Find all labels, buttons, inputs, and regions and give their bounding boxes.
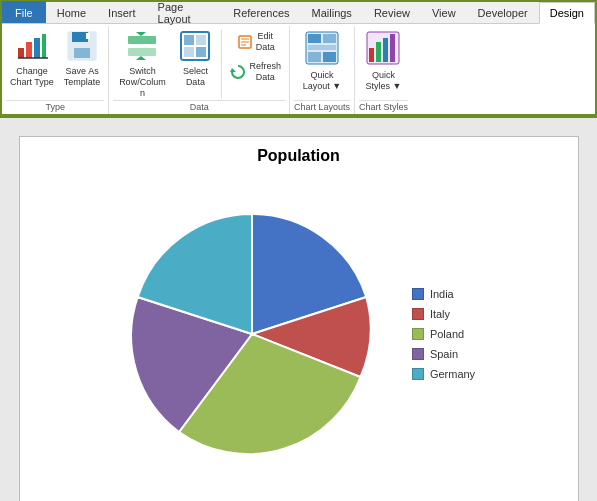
legend-color-poland bbox=[412, 328, 424, 340]
svg-rect-28 bbox=[323, 52, 336, 62]
svg-rect-1 bbox=[26, 42, 32, 58]
legend-label-poland: Poland bbox=[430, 328, 464, 340]
legend-color-germany bbox=[412, 368, 424, 380]
legend-label-italy: Italy bbox=[430, 308, 450, 320]
tab-page-layout[interactable]: Page Layout bbox=[147, 1, 223, 23]
chart-body: India Italy Poland Spain Germany bbox=[30, 173, 568, 495]
tab-file[interactable]: File bbox=[2, 1, 46, 23]
refresh-icon bbox=[230, 64, 246, 80]
save-as-template-button[interactable]: Save AsTemplate bbox=[60, 28, 105, 90]
svg-rect-8 bbox=[86, 33, 90, 39]
svg-rect-6 bbox=[72, 32, 88, 42]
group-chart-styles-label: Chart Styles bbox=[359, 100, 408, 114]
refresh-data-label: RefreshData bbox=[249, 61, 281, 83]
group-chart-styles: QuickStyles ▼ Chart Styles bbox=[355, 26, 412, 114]
svg-rect-25 bbox=[323, 34, 336, 43]
tab-mailings[interactable]: Mailings bbox=[301, 1, 363, 23]
group-data-content: SwitchRow/Column SelectData bbox=[113, 28, 285, 100]
legend-color-italy bbox=[412, 308, 424, 320]
svg-rect-26 bbox=[308, 45, 336, 50]
change-chart-type-button[interactable]: ChangeChart Type bbox=[6, 28, 58, 90]
quick-styles-label: QuickStyles ▼ bbox=[365, 70, 401, 92]
tab-bar: File Home Insert Page Layout References … bbox=[2, 2, 595, 24]
legend-item-poland: Poland bbox=[412, 328, 475, 340]
chart-area: Population bbox=[19, 136, 579, 501]
quick-layout-icon bbox=[304, 30, 340, 69]
svg-rect-31 bbox=[376, 42, 381, 62]
svg-rect-30 bbox=[369, 48, 374, 62]
ribbon-container: File Home Insert Page Layout References … bbox=[0, 0, 597, 118]
quick-layout-button[interactable]: QuickLayout ▼ bbox=[299, 28, 345, 94]
quick-styles-icon bbox=[365, 30, 401, 69]
edit-icon bbox=[237, 34, 253, 50]
chart-title: Population bbox=[257, 147, 340, 165]
switch-icon bbox=[126, 30, 158, 65]
edit-data-button[interactable]: EditData bbox=[226, 28, 285, 56]
svg-rect-14 bbox=[184, 35, 194, 45]
main-content: Population bbox=[0, 118, 597, 501]
svg-marker-12 bbox=[136, 56, 146, 60]
select-data-button[interactable]: SelectData bbox=[173, 28, 217, 90]
pie-svg bbox=[122, 204, 382, 464]
save-as-template-label: Save AsTemplate bbox=[64, 66, 101, 88]
svg-rect-9 bbox=[128, 36, 156, 44]
switch-row-column-label: SwitchRow/Column bbox=[117, 66, 167, 98]
tab-home[interactable]: Home bbox=[46, 1, 97, 23]
legend-color-india bbox=[412, 288, 424, 300]
refresh-data-button[interactable]: RefreshData bbox=[226, 58, 285, 86]
svg-rect-33 bbox=[390, 34, 395, 62]
group-chart-layouts: QuickLayout ▼ Chart Layouts bbox=[290, 26, 355, 114]
svg-rect-2 bbox=[34, 38, 40, 58]
svg-rect-16 bbox=[184, 47, 194, 57]
legend-item-italy: Italy bbox=[412, 308, 475, 320]
legend-label-spain: Spain bbox=[430, 348, 458, 360]
group-type-content: ChangeChart Type Save AsTemplate bbox=[6, 28, 104, 100]
group-data-label: Data bbox=[113, 100, 285, 114]
tab-developer[interactable]: Developer bbox=[467, 1, 539, 23]
switch-row-column-button[interactable]: SwitchRow/Column bbox=[113, 28, 171, 100]
legend-label-germany: Germany bbox=[430, 368, 475, 380]
ribbon: ChangeChart Type Save AsTemplate Type bbox=[2, 24, 595, 116]
tab-review[interactable]: Review bbox=[363, 1, 421, 23]
data-divider bbox=[221, 30, 222, 98]
pie-chart bbox=[122, 204, 382, 464]
legend-item-germany: Germany bbox=[412, 368, 475, 380]
svg-rect-0 bbox=[18, 48, 24, 58]
group-chart-layouts-label: Chart Layouts bbox=[294, 100, 350, 114]
tab-design[interactable]: Design bbox=[539, 2, 595, 24]
tab-insert[interactable]: Insert bbox=[97, 1, 147, 23]
svg-rect-15 bbox=[196, 35, 206, 45]
group-styles-content: QuickStyles ▼ bbox=[361, 28, 405, 100]
quick-layout-label: QuickLayout ▼ bbox=[303, 70, 341, 92]
change-chart-type-label: ChangeChart Type bbox=[10, 66, 54, 88]
select-data-label: SelectData bbox=[183, 66, 208, 88]
svg-rect-7 bbox=[74, 48, 90, 58]
quick-styles-button[interactable]: QuickStyles ▼ bbox=[361, 28, 405, 94]
svg-rect-27 bbox=[308, 52, 321, 62]
svg-rect-10 bbox=[128, 48, 156, 56]
group-type-label: Type bbox=[6, 100, 104, 114]
chart-legend: India Italy Poland Spain Germany bbox=[412, 288, 475, 380]
edit-data-label: EditData bbox=[256, 31, 275, 53]
svg-marker-11 bbox=[136, 32, 146, 36]
svg-rect-3 bbox=[42, 34, 46, 58]
svg-rect-32 bbox=[383, 38, 388, 62]
group-type: ChangeChart Type Save AsTemplate Type bbox=[2, 26, 109, 114]
legend-item-india: India bbox=[412, 288, 475, 300]
group-data: SwitchRow/Column SelectData bbox=[109, 26, 290, 114]
svg-rect-24 bbox=[308, 34, 321, 43]
legend-item-spain: Spain bbox=[412, 348, 475, 360]
tab-references[interactable]: References bbox=[222, 1, 300, 23]
group-layouts-content: QuickLayout ▼ bbox=[299, 28, 345, 100]
select-icon bbox=[179, 30, 211, 65]
legend-color-spain bbox=[412, 348, 424, 360]
svg-marker-22 bbox=[230, 68, 236, 72]
tab-view[interactable]: View bbox=[421, 1, 467, 23]
chart-type-icon bbox=[16, 30, 48, 65]
legend-label-india: India bbox=[430, 288, 454, 300]
svg-rect-17 bbox=[196, 47, 206, 57]
save-template-icon bbox=[66, 30, 98, 65]
